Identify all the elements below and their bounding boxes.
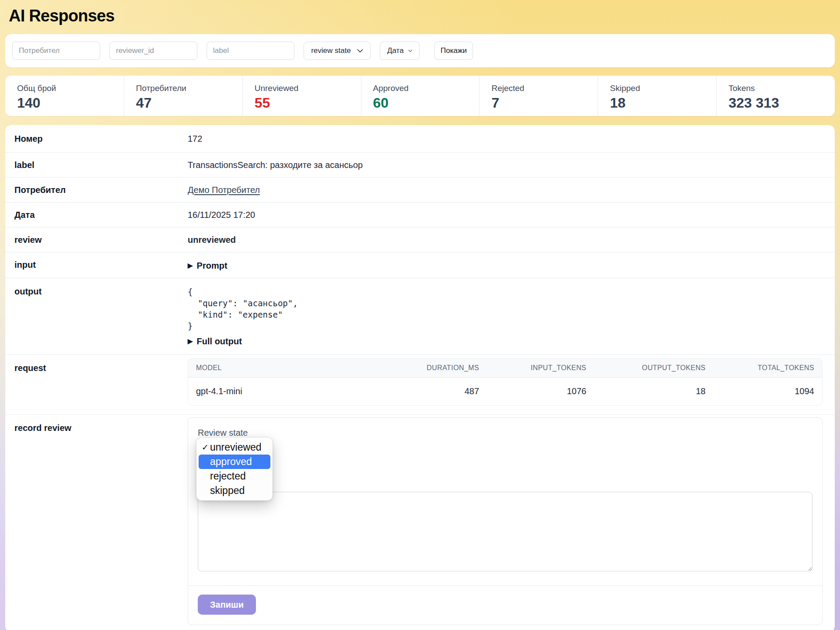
review-status: unreviewed — [188, 234, 822, 245]
detail-row-record-review: record review Review state ✓ unreviewed … — [5, 414, 835, 630]
checkmark-icon: ✓ — [202, 440, 209, 455]
detail-row-number: Номер 172 — [5, 125, 835, 152]
dropdown-option-approved[interactable]: approved — [199, 455, 270, 469]
save-button[interactable]: Запиши — [198, 595, 256, 615]
chevron-down-icon — [357, 49, 363, 53]
dropdown-option-skipped[interactable]: skipped — [199, 483, 270, 498]
request-table: MODEL DURATION_MS INPUT_TOKENS OUTPUT_TO… — [188, 358, 822, 406]
model-cell: gpt-4.1-mini — [188, 378, 385, 405]
detail-row-user: Потребител Демо Потребител — [5, 177, 835, 202]
stat-skipped: Skipped 18 — [598, 76, 716, 116]
show-button[interactable]: Покажи — [434, 42, 473, 60]
input-tokens-cell: 1076 — [487, 378, 594, 405]
filter-bar: review state Дата Покажи — [5, 34, 835, 67]
detail-row-input: input ▶ Prompt — [5, 252, 835, 278]
detail-row-request: request MODEL DURATION_MS INPUT_TOKENS O… — [5, 354, 835, 414]
detail-row-label: label TransactionsSearch: разходите за а… — [5, 152, 835, 177]
record-number: 172 — [188, 133, 822, 144]
record-detail-card: Номер 172 label TransactionsSearch: разх… — [5, 125, 835, 630]
output-json: { "query": "асансьор", "kind": "expense"… — [188, 286, 822, 332]
stat-rejected: Rejected 7 — [479, 76, 598, 116]
date-filter-select-label: Дата — [387, 46, 404, 55]
expand-arrow-icon: ▶ — [188, 336, 193, 346]
date-filter-select[interactable]: Дата — [380, 42, 420, 60]
chevron-down-icon — [408, 49, 412, 53]
reviewer-id-filter-input[interactable] — [109, 42, 197, 60]
full-output-expander[interactable]: ▶ Full output — [188, 336, 242, 346]
dropdown-option-rejected[interactable]: rejected — [199, 469, 270, 483]
user-filter-input[interactable] — [12, 42, 100, 60]
detail-row-output: output { "query": "асансьор", "kind": "e… — [5, 278, 835, 354]
review-state-select-label: review state — [311, 46, 351, 55]
stat-users: Потребители 47 — [124, 76, 242, 116]
total-tokens-cell: 1094 — [714, 378, 822, 405]
record-date: 16/11/2025 17:20 — [188, 210, 822, 220]
review-state-dropdown-menu: ✓ unreviewed approved rejected skipped — [196, 438, 273, 500]
detail-row-date: Дата 16/11/2025 17:20 — [5, 202, 835, 227]
record-review-panel: Review state ✓ unreviewed approved rejec… — [188, 417, 822, 625]
duration-cell: 487 — [385, 378, 487, 405]
prompt-expander[interactable]: ▶ Prompt — [188, 260, 228, 271]
stat-total: Общ брой 140 — [5, 76, 124, 116]
review-state-form-label: Review state — [198, 427, 812, 439]
expand-arrow-icon: ▶ — [188, 260, 193, 271]
page-title: AI Responses — [9, 5, 835, 26]
stat-unreviewed: Unreviewed 55 — [242, 76, 361, 116]
detail-row-review: review unreviewed — [5, 227, 835, 252]
stats-bar: Общ брой 140 Потребители 47 Unreviewed 5… — [5, 76, 835, 116]
stat-tokens: Tokens 323 313 — [716, 76, 835, 116]
review-note-textarea[interactable] — [198, 492, 812, 571]
request-table-header-row: MODEL DURATION_MS INPUT_TOKENS OUTPUT_TO… — [188, 359, 822, 378]
panel-divider — [188, 585, 822, 586]
request-table-row: gpt-4.1-mini 487 1076 18 1094 — [188, 378, 822, 405]
dropdown-option-unreviewed[interactable]: ✓ unreviewed — [199, 440, 270, 455]
output-tokens-cell: 18 — [594, 378, 713, 405]
record-label: TransactionsSearch: разходите за асансьо… — [188, 160, 822, 170]
user-link[interactable]: Демо Потребител — [188, 185, 260, 195]
review-state-select[interactable]: review state — [304, 42, 371, 60]
label-filter-input[interactable] — [206, 42, 294, 60]
stat-approved: Approved 60 — [361, 76, 480, 116]
